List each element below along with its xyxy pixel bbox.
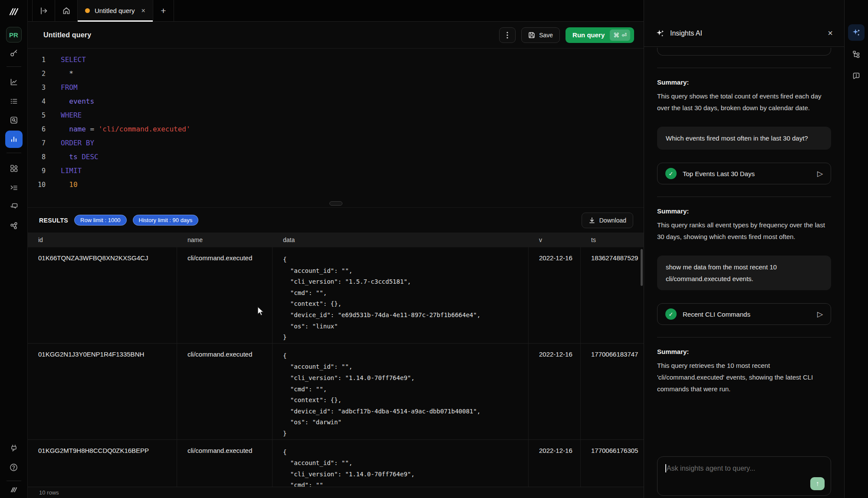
input-placeholder: Ask insights agent to query... — [667, 465, 755, 472]
insights-header: Insights AI × — [644, 0, 844, 47]
line-number: 4 — [28, 95, 46, 108]
sql-token-str: 'cli/command.executed' — [99, 125, 191, 133]
saved-query-card[interactable]: ✓Top Events Last 30 Days▷ — [657, 163, 831, 184]
insights-charts-icon-active[interactable] — [5, 131, 23, 148]
row-count: 10 rows — [39, 489, 59, 496]
cell-ts: 1836274887529 — [581, 247, 644, 343]
unsaved-dot-icon — [85, 8, 90, 13]
code-line: 9LIMIT — [28, 164, 644, 178]
event-list-icon[interactable] — [5, 92, 23, 110]
code-line: 10 10 — [28, 178, 644, 192]
sql-token-kw: WHERE — [61, 111, 82, 119]
feedback-icon[interactable] — [848, 68, 865, 84]
text-caret — [665, 464, 666, 472]
toggle-sidebar-button[interactable] — [32, 0, 55, 21]
metrics-icon[interactable] — [5, 73, 23, 91]
code-text: FROM — [46, 81, 78, 95]
results-table-body: 01K66TQNZA3WFBQ8XN2KXSG4CJcli/command.ex… — [28, 247, 644, 487]
chat-threads-icon[interactable] — [5, 198, 23, 215]
download-button[interactable]: Download — [582, 213, 633, 228]
code-text: 10 — [46, 178, 78, 192]
apps-grid-icon[interactable] — [5, 160, 23, 177]
code-text: events — [46, 95, 94, 108]
search-explorer-icon[interactable] — [5, 111, 23, 129]
cell-v: 2022-12-16 — [529, 344, 581, 439]
line-number: 5 — [28, 108, 46, 122]
code-line: 2 * — [28, 67, 644, 81]
line-number: 7 — [28, 136, 46, 150]
check-circle-icon: ✓ — [665, 168, 677, 179]
app-root: PR — [0, 0, 868, 498]
keys-icon[interactable] — [5, 44, 23, 62]
line-number: 2 — [28, 67, 46, 81]
integrations-nodes-icon[interactable] — [5, 217, 23, 234]
help-icon[interactable] — [5, 459, 23, 476]
table-row[interactable]: 01KGG2N1J3Y0ENP1R4F1335BNHcli/command.ex… — [28, 344, 644, 440]
save-button[interactable]: Save — [521, 27, 560, 43]
sql-token-kw: FROM — [61, 83, 78, 92]
table-scrollbar-thumb[interactable] — [641, 249, 643, 286]
user-message: show me data from the most recent 10 cli… — [657, 256, 831, 290]
insights-ai-panel: Insights AI × Summary:This query shows t… — [644, 0, 844, 498]
run-saved-query-icon[interactable]: ▷ — [817, 169, 823, 178]
ask-agent-input[interactable]: Ask insights agent to query... ↑ — [657, 456, 831, 496]
new-tab-button[interactable]: + — [153, 0, 174, 21]
table-row[interactable]: 01K66TQNZA3WFBQ8XN2KXSG4CJcli/command.ex… — [28, 247, 644, 344]
cell-id: 01KGG2N1J3Y0ENP1R4F1335BNH — [28, 344, 177, 439]
line-number: 1 — [28, 53, 46, 67]
code-line: 8 ts DESC — [28, 150, 644, 164]
sql-token-kw: DESC — [82, 153, 99, 161]
run-query-button[interactable]: Run query ⌘ ⏎ — [566, 27, 634, 43]
line-number: 3 — [28, 81, 46, 95]
cell-name: cli/command.executed — [177, 247, 273, 343]
conversation-divider — [657, 68, 831, 68]
summary-text: This query retrieves the 10 most recent … — [657, 360, 831, 395]
splitter-drag-handle[interactable] — [329, 201, 342, 206]
terminal-runs-icon[interactable] — [5, 179, 23, 196]
plugins-icon[interactable] — [5, 439, 23, 457]
close-insights-icon[interactable]: × — [828, 28, 833, 38]
tab-bar: Untitled query × + — [28, 0, 644, 22]
home-button[interactable] — [55, 0, 77, 21]
save-label: Save — [539, 32, 553, 39]
workspace-badge[interactable]: PR — [6, 27, 22, 43]
brand-logo-icon — [7, 6, 21, 17]
summary-heading: Summary: — [657, 348, 831, 355]
schema-tree-icon[interactable] — [848, 46, 865, 62]
run-saved-query-icon[interactable]: ▷ — [817, 310, 823, 319]
saved-query-card[interactable]: ✓Recent CLI Commands▷ — [657, 303, 831, 325]
insights-conversation: Summary:This query shows the total count… — [644, 47, 844, 498]
user-message: Which events fired most often in the las… — [657, 127, 831, 150]
query-header: Untitled query Save — [28, 22, 644, 49]
scrolled-card-partial — [657, 48, 831, 56]
enter-key-icon: ⏎ — [621, 32, 627, 39]
table-row[interactable]: 01KGG2MT9H8H8CCDQ0ZK16BEPPcli/command.ex… — [28, 440, 644, 487]
sql-token-ident: events — [61, 97, 94, 105]
sidebar-divider — [7, 153, 21, 153]
code-line: 7ORDER BY — [28, 136, 644, 150]
insights-ai-tab-icon[interactable] — [848, 24, 865, 41]
code-line: 5WHERE — [28, 108, 644, 122]
tab-title: Untitled query — [95, 7, 135, 14]
code-line: 3FROM — [28, 81, 644, 95]
saved-query-label: Top Events Last 30 Days — [683, 170, 755, 177]
sql-editor[interactable]: 1SELECT2 *3FROM4 events5WHERE6 name = 'c… — [28, 49, 644, 200]
history-limit-badge[interactable]: History limit : 90 days — [133, 215, 199, 226]
send-button[interactable]: ↑ — [810, 477, 825, 490]
row-limit-badge[interactable]: Row limit : 1000 — [74, 215, 126, 226]
tab-untitled-query[interactable]: Untitled query × — [77, 0, 153, 21]
cell-name: cli/command.executed — [177, 344, 273, 439]
line-number: 8 — [28, 150, 46, 164]
summary-text: This query ranks all event types by freq… — [657, 219, 831, 242]
line-number: 10 — [28, 178, 46, 192]
page-title: Untitled query — [43, 31, 91, 39]
summary-heading: Summary: — [657, 207, 831, 215]
more-options-button[interactable] — [499, 27, 516, 43]
line-number: 6 — [28, 122, 46, 136]
tab-close-icon[interactable]: × — [141, 7, 145, 15]
pane-splitter — [28, 200, 644, 207]
results-status-bar: 10 rows — [28, 487, 644, 498]
header-actions: Save Run query ⌘ ⏎ — [499, 27, 634, 43]
summary-heading: Summary: — [657, 79, 831, 86]
sql-token-ident: ts — [61, 153, 82, 161]
